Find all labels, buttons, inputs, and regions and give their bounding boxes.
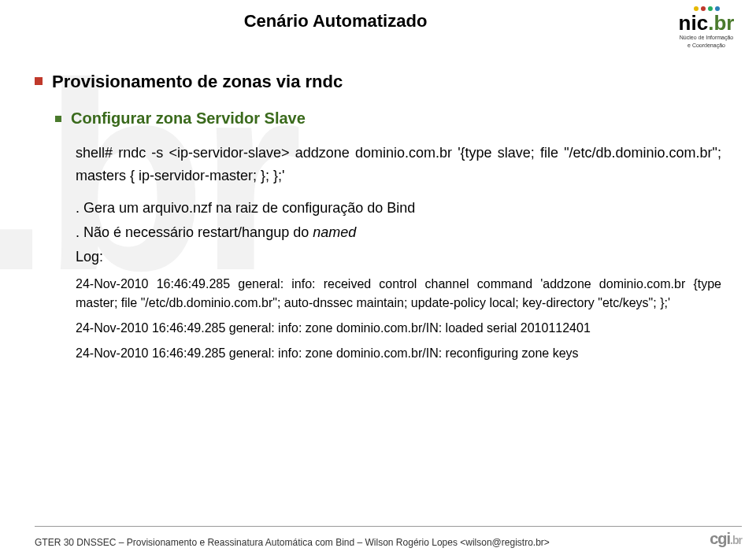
nic-logo: nic.br Núcleo de Informação e Coordenaçã… bbox=[671, 6, 742, 48]
note-1: . Gera um arquivo.nzf na raiz de configu… bbox=[76, 200, 721, 217]
log-entry-2: 24-Nov-2010 16:46:49.285 general: info: … bbox=[76, 319, 721, 338]
bullet-level-1: Provisionamento de zonas via rndc bbox=[35, 72, 721, 92]
bullet-icon bbox=[35, 77, 43, 85]
log-entry-3: 24-Nov-2010 16:46:49.285 general: info: … bbox=[76, 344, 721, 363]
slide-title: Cenário Automatizado bbox=[0, 6, 671, 31]
bullet-icon bbox=[55, 116, 61, 122]
nic-logo-sub2: e Coordenação bbox=[671, 43, 742, 49]
slide-footer: GTER 30 DNSSEC – Provisionamento e Reass… bbox=[35, 526, 742, 548]
footer-text: GTER 30 DNSSEC – Provisionamento e Reass… bbox=[35, 537, 550, 548]
note-2: . Não é necessário restart/hangup do nam… bbox=[76, 224, 721, 241]
log-entry-1: 24-Nov-2010 16:46:49.285 general: info: … bbox=[76, 275, 721, 313]
cgi-logo: cgi.br bbox=[710, 530, 742, 548]
note-2-text: . Não é necessário restart/hangup do bbox=[76, 224, 313, 240]
shell-command: shell# rndc -s <ip-servidor-slave> addzo… bbox=[76, 142, 721, 187]
bullet-2-text: Configurar zona Servidor Slave bbox=[71, 109, 306, 128]
cgi-logo-main: cgi bbox=[710, 530, 730, 547]
bullet-level-2: Configurar zona Servidor Slave bbox=[55, 109, 721, 128]
nic-logo-sub1: Núcleo de Informação bbox=[671, 35, 742, 41]
slide-header: Cenário Automatizado nic.br Núcleo de In… bbox=[0, 0, 756, 48]
note-2-em: named bbox=[313, 224, 356, 240]
log-label: Log: bbox=[76, 249, 721, 265]
nic-logo-text: nic.br bbox=[671, 13, 742, 33]
slide-content: Provisionamento de zonas via rndc Config… bbox=[0, 48, 756, 363]
cgi-logo-suffix: .br bbox=[730, 534, 742, 546]
bullet-1-text: Provisionamento de zonas via rndc bbox=[52, 72, 343, 92]
